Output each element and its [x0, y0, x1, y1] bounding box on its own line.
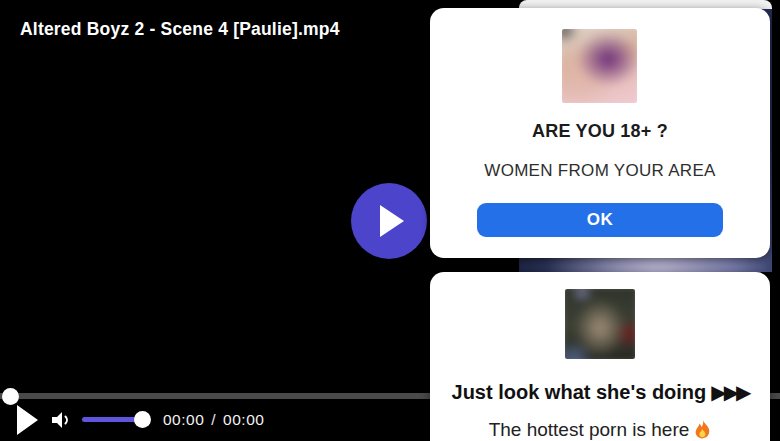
age-popup-thumbnail[interactable]	[562, 29, 637, 103]
time-separator: /	[211, 411, 216, 428]
ad-thumbnail-image	[565, 289, 635, 359]
volume-icon[interactable]	[49, 408, 73, 432]
video-player: Altered Boyz 2 - Scene 4 [Paulie].mp4 00…	[0, 0, 780, 441]
seek-handle[interactable]	[2, 388, 19, 405]
current-time: 00:00	[163, 411, 204, 428]
promo-popup-heading: Just look what she's doing▶▶▶	[430, 380, 770, 404]
ad-thumbnail-image	[562, 29, 637, 103]
play-icon	[380, 205, 404, 237]
promo-popup-thumbnail[interactable]	[565, 289, 635, 359]
ok-button[interactable]: OK	[477, 203, 723, 237]
volume-handle[interactable]	[134, 411, 151, 428]
duration: 00:00	[223, 411, 264, 428]
promo-popup-subheading: The hottest porn is here	[430, 419, 770, 441]
age-popup-heading: ARE YOU 18+ ?	[430, 121, 770, 142]
triple-play-arrows-icon: ▶▶▶	[711, 381, 748, 403]
fire-icon	[695, 420, 711, 439]
age-popup-subheading: WOMEN FROM YOUR AREA	[430, 161, 770, 181]
age-popup: ARE YOU 18+ ? WOMEN FROM YOUR AREA OK	[430, 8, 770, 258]
big-play-button[interactable]	[351, 183, 427, 259]
promo-popup: Just look what she's doing▶▶▶ The hottes…	[430, 272, 770, 441]
video-title: Altered Boyz 2 - Scene 4 [Paulie].mp4	[20, 19, 340, 40]
play-button[interactable]	[17, 405, 38, 435]
time-display: 00:00/00:00	[163, 411, 264, 429]
